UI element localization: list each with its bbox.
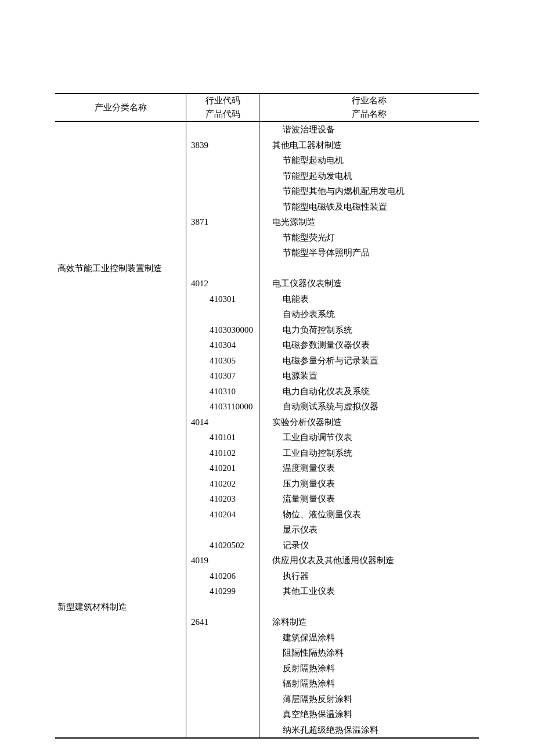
name-cell: 阻隔性隔热涂料 [259, 645, 479, 661]
category-cell [55, 630, 186, 646]
name-cell: 供应用仪表及其他通用仪器制造 [259, 553, 479, 568]
category-cell [55, 584, 186, 599]
code-cell: 3839 [186, 138, 259, 153]
code-cell [186, 168, 259, 184]
category-cell [55, 199, 186, 215]
code-cell: 4019 [186, 553, 259, 568]
code-cell: 410206 [186, 568, 259, 584]
code-cell: 4012 [186, 276, 259, 291]
document-page: 产业分类名称 行业代码 行业名称 产品代码 产品名称 高效节能工业控制装置制造 … [0, 0, 534, 756]
category-cell [55, 214, 186, 230]
category-cell [55, 399, 186, 415]
name-cell [259, 599, 479, 615]
table-header: 产业分类名称 行业代码 行业名称 产品代码 产品名称 [55, 93, 479, 121]
header-product-name: 产品名称 [259, 107, 479, 121]
code-cell [186, 692, 259, 707]
name-cell: 实验分析仪器制造 [259, 415, 479, 430]
category-cell [55, 153, 186, 168]
name-cell: 压力测量仪表 [259, 476, 479, 492]
code-cell [186, 261, 259, 276]
code-cell: 410307 [186, 368, 259, 384]
name-cell: 建筑保温涂料 [259, 630, 479, 646]
name-cell: 薄层隔热反射涂料 [259, 692, 479, 707]
code-cell: 410204 [186, 507, 259, 523]
name-cell: 电力负荷控制系统 [259, 322, 479, 338]
code-cell [186, 645, 259, 661]
code-cell: 410305 [186, 353, 259, 369]
code-cell [186, 183, 259, 199]
code-cell [186, 722, 259, 738]
category-cell [55, 368, 186, 384]
category-cell [55, 661, 186, 676]
category-cell [55, 445, 186, 461]
code-cell [186, 307, 259, 322]
category-cell [55, 507, 186, 523]
code-cell: 4014 [186, 415, 259, 430]
header-category: 产业分类名称 [55, 93, 186, 121]
code-cell [186, 707, 259, 722]
category-cell [55, 307, 186, 322]
code-cell: 3871 [186, 214, 259, 230]
category-cell [55, 614, 186, 630]
name-cell: 辐射隔热涂料 [259, 676, 479, 692]
name-cell: 自动测试系统与虚拟仪器 [259, 399, 479, 415]
category-cell [55, 538, 186, 553]
category-cell [55, 707, 186, 722]
category-cell [55, 122, 186, 138]
name-cell: 电力自动化仪表及系统 [259, 384, 479, 399]
name-cell: 节能型荧光灯 [259, 230, 479, 246]
name-cell: 节能型起动电机 [259, 153, 479, 168]
code-cell: 410101 [186, 430, 259, 445]
category-cell [55, 276, 186, 291]
name-cell: 流量测量仪表 [259, 491, 479, 507]
name-cell: 执行器 [259, 568, 479, 584]
category-cell [55, 692, 186, 707]
name-cell: 涂料制造 [259, 614, 479, 630]
code-cell: 410299 [186, 584, 259, 599]
code-cell [186, 153, 259, 168]
category-cell [55, 476, 186, 492]
category-cell [55, 322, 186, 338]
name-cell: 物位、液位测量仪表 [259, 507, 479, 523]
category-cell [55, 183, 186, 199]
name-cell: 工业自动控制系统 [259, 445, 479, 461]
code-cell: 4103030000 [186, 322, 259, 338]
category-cell: 新型建筑材料制造 [55, 599, 186, 615]
code-cell: 4103110000 [186, 399, 259, 415]
category-cell [55, 230, 186, 246]
name-cell: 节能型起动发电机 [259, 168, 479, 184]
category-cell [55, 491, 186, 507]
code-cell [186, 599, 259, 615]
code-cell: 410202 [186, 476, 259, 492]
table-body: 高效节能工业控制装置制造 新型建筑材料制造 3839 3871 40124103… [55, 121, 479, 738]
name-cell: 节能型其他与内燃机配用发电机 [259, 183, 479, 199]
header-product-code: 产品代码 [186, 107, 259, 121]
code-cell [186, 199, 259, 215]
category-cell [55, 245, 186, 261]
category-cell [55, 722, 186, 738]
code-cell [186, 676, 259, 692]
category-cell [55, 460, 186, 476]
name-cell: 纳米孔超级绝热保温涂料 [259, 722, 479, 738]
code-cell [186, 522, 259, 538]
code-cell: 410301 [186, 291, 259, 307]
name-cell: 节能型电磁铁及电磁性装置 [259, 199, 479, 215]
code-cell [186, 230, 259, 246]
category-cell [55, 430, 186, 445]
category-cell [55, 384, 186, 399]
code-cell [186, 630, 259, 646]
code-cell: 410310 [186, 384, 259, 399]
code-cell: 410304 [186, 337, 259, 353]
code-cell [186, 245, 259, 261]
name-cell: 其他工业仪表 [259, 584, 479, 599]
category-cell [55, 568, 186, 584]
name-cell: 其他电工器材制造 [259, 138, 479, 153]
header-industry-code: 行业代码 [186, 93, 259, 107]
name-cell: 电磁参数测量仪器仪表 [259, 337, 479, 353]
code-cell [186, 661, 259, 676]
category-cell [55, 522, 186, 538]
name-cell: 真空绝热保温涂料 [259, 707, 479, 722]
name-cell [259, 261, 479, 276]
category-cell [55, 553, 186, 568]
code-cell: 410201 [186, 460, 259, 476]
